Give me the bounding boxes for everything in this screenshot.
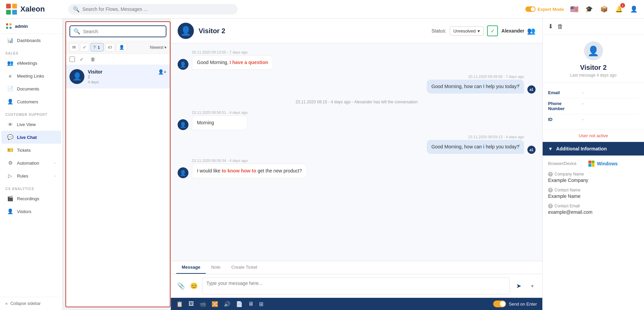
sidebar-item-live-chat[interactable]: 💬 Live Chat <box>1 131 61 144</box>
toolbar-clipboard-icon[interactable]: 📋 <box>176 301 183 307</box>
customers-label: Customers <box>17 99 38 104</box>
box-icon[interactable]: 📦 <box>599 4 609 14</box>
chat-search-box[interactable]: 🔍 <box>69 25 166 37</box>
live-view-label: Live View <box>17 122 36 127</box>
toolbar-screen-icon[interactable]: 🖥 <box>248 301 254 307</box>
filter-check-btn[interactable]: ✓ <box>80 43 89 51</box>
id-field-value: - <box>582 117 583 122</box>
expert-mode[interactable]: Expert Mode <box>525 6 564 12</box>
sidebar-item-tickets[interactable]: 🎫 Tickets <box>1 144 61 157</box>
filter-question-btn[interactable]: ? 1 <box>90 43 104 51</box>
attachment-icon[interactable]: 📎 <box>176 281 186 291</box>
email-field-value: - <box>582 90 583 95</box>
chat-header: 👤 Visitor 2 Status: Unresolved ▾ ✓ Alexa… <box>171 19 542 43</box>
sidebar-dashboards-item[interactable]: 📊 Dashboards <box>1 34 61 47</box>
topbar-search-input[interactable] <box>82 6 233 12</box>
id-field-row: ID - <box>548 114 639 125</box>
download-icon[interactable]: ⬇ <box>548 23 553 30</box>
sidebar-item-meeting-links[interactable]: ≡ Meeting Links <box>1 69 61 82</box>
sidebar-admin[interactable]: admin <box>0 19 62 34</box>
toolbar-video-icon[interactable]: 📹 <box>199 301 206 307</box>
sidebar-item-live-view[interactable]: 👁 Live View <box>1 118 61 131</box>
tab-note[interactable]: Note <box>206 261 226 274</box>
sidebar-item-rules[interactable]: ▷ Rules › <box>1 169 61 182</box>
email-field-label: Email <box>548 90 582 95</box>
notification-badge: 1 <box>620 3 625 8</box>
logo-text: Xaleon <box>20 5 45 14</box>
sidebar-item-emeetings[interactable]: 👥 eMeetings <box>1 57 61 69</box>
header-avatar-icon: 👤 <box>180 26 191 36</box>
trash-icon[interactable]: 🗑 <box>557 23 563 30</box>
sidebar: admin 📊 Dashboards SALES 👥 eMeetings ≡ M… <box>0 19 63 310</box>
chat-search-input[interactable] <box>83 29 162 34</box>
filter-user-btn[interactable]: 👤 <box>116 43 127 51</box>
id-field-label: ID <box>548 117 582 122</box>
add-chat-btn[interactable]: 👤+ <box>158 69 166 75</box>
status-value: Unresolved <box>454 28 476 34</box>
chat-header-name: Visitor 2 <box>199 27 225 35</box>
message-input[interactable] <box>202 277 510 294</box>
additional-info-content: Browser/Device Windows ? Co <box>543 156 644 224</box>
msg-bubble-wrap-4: 23.11.2020 08:58:51 - 4 days ago Morning <box>192 110 248 130</box>
agent-name: Alexander <box>501 28 524 34</box>
delete-btn[interactable]: 🗑 <box>88 56 97 63</box>
svg-rect-11 <box>592 164 595 167</box>
mark-read-btn[interactable]: ✓ <box>78 56 86 63</box>
msg-bubble-wrap-6: 23.11.2020 08:59:34 - 4 days ago I would… <box>192 159 307 178</box>
sidebar-item-documents[interactable]: 📄 Documents <box>1 82 61 95</box>
toolbar-audio-icon[interactable]: 🔊 <box>224 301 230 307</box>
additional-info-label: Additional Information <box>556 146 607 151</box>
contact-name-value: Example Name <box>548 193 639 199</box>
chat-header-status: Status: Unresolved ▾ ✓ Alexander 👥 <box>431 25 536 36</box>
sidebar-item-recordings[interactable]: 🎬 Recordings <box>1 192 61 205</box>
svg-rect-4 <box>6 23 8 25</box>
user-not-active-status: User not active <box>543 130 644 142</box>
browser-device-value: Windows <box>588 160 618 167</box>
toolbar-image-icon[interactable]: 🖼 <box>188 301 194 307</box>
search-icon: 🔍 <box>73 6 80 13</box>
sidebar-item-customers[interactable]: 👤 Customers <box>1 95 61 108</box>
status-dropdown[interactable]: Unresolved ▾ <box>450 26 484 36</box>
tab-create-ticket[interactable]: Create Ticket <box>226 261 263 274</box>
user-profile-icon[interactable]: 👤 <box>629 4 639 14</box>
expert-mode-toggle[interactable] <box>525 6 536 12</box>
automation-arrow-icon: › <box>54 161 56 165</box>
tab-message[interactable]: Message <box>176 261 206 274</box>
chat-header-avatar: 👤 <box>178 23 194 39</box>
phone-field-value: - <box>582 101 583 106</box>
notification-icon[interactable]: 🔔 1 <box>614 4 624 14</box>
sidebar-item-automation[interactable]: ⚙ Automation › <box>1 157 61 169</box>
sidebar-item-visitors[interactable]: 👤 Visitors <box>1 205 61 218</box>
filter-all-btn[interactable]: ✉ <box>69 43 79 51</box>
automation-icon: ⚙ <box>7 160 14 166</box>
meeting-links-label: Meeting Links <box>17 74 44 79</box>
toolbar-share-icon[interactable]: 🔀 <box>212 301 218 307</box>
expand-icon[interactable]: ▾ <box>527 281 537 291</box>
status-check-button[interactable]: ✓ <box>487 25 498 36</box>
emoji-icon[interactable]: 😊 <box>189 281 199 291</box>
graduation-cap-icon[interactable]: 🎓 <box>584 4 594 14</box>
filter-tag-btn[interactable]: 🏷 <box>105 43 115 51</box>
sort-newest-btn[interactable]: Newest ▾ <box>150 45 166 50</box>
toolbar-file-icon[interactable]: 📄 <box>236 301 243 307</box>
svg-rect-8 <box>588 161 591 164</box>
svg-rect-9 <box>592 161 595 164</box>
send-on-enter-toggle-area[interactable]: Send on Enter <box>493 301 537 307</box>
visitors-label: Visitors <box>17 209 31 214</box>
additional-info-header[interactable]: ▼ Additional Information <box>543 142 644 156</box>
select-all-checkbox[interactable] <box>69 57 75 62</box>
collapse-sidebar-button[interactable]: « Collapse sidebar <box>0 297 62 310</box>
msg-avatar-1: 👤 <box>178 59 188 70</box>
topbar-search[interactable]: 🔍 <box>68 4 238 15</box>
browser-device-text: Windows <box>597 161 618 166</box>
toolbar-grid-icon[interactable]: ⊞ <box>259 301 263 307</box>
emeetings-label: eMeetings <box>17 61 37 66</box>
chat-item-info: Visitor 2 4 days <box>88 69 166 84</box>
send-on-enter-toggle[interactable] <box>493 301 506 307</box>
dashboards-label: Dashboards <box>17 38 41 43</box>
svg-rect-0 <box>6 4 11 8</box>
send-button[interactable]: ➤ <box>513 281 524 291</box>
language-flag-icon[interactable]: 🇺🇸 <box>569 4 579 14</box>
message-row-4: 👤 23.11.2020 08:58:51 - 4 days ago Morni… <box>178 110 536 130</box>
chat-list-item[interactable]: 👤 Visitor 2 4 days 👤+ <box>66 65 170 88</box>
